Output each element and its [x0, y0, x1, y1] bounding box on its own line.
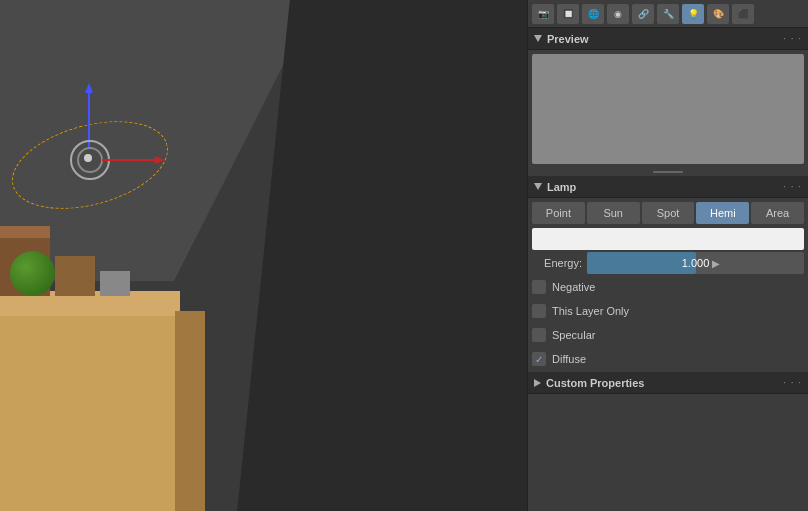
- energy-slider[interactable]: ◀ 1.000 ▶: [587, 252, 804, 274]
- lamp-section-header[interactable]: Lamp · · ·: [528, 176, 808, 198]
- diffuse-label: Diffuse: [552, 353, 586, 365]
- custom-properties-section: Custom Properties · · ·: [528, 372, 808, 394]
- toolbar-icon-object[interactable]: ◉: [607, 4, 629, 24]
- negative-label: Negative: [552, 281, 595, 293]
- preview-label: Preview: [547, 33, 589, 45]
- viewport[interactable]: [0, 0, 527, 511]
- cursor-dot: [84, 154, 92, 162]
- custom-properties-label: Custom Properties: [546, 377, 644, 389]
- custom-props-expand-icon: [534, 379, 541, 387]
- toolbar-icon-material[interactable]: 🎨: [707, 4, 729, 24]
- scene-objects: [0, 251, 200, 511]
- preview-handle-line: [653, 171, 683, 173]
- energy-value: 1.000: [682, 257, 710, 269]
- toolbar-icon-world[interactable]: 🌐: [582, 4, 604, 24]
- x-axis: [102, 159, 157, 161]
- energy-slider-fill: [587, 252, 696, 274]
- lamp-type-buttons: Point Sun Spot Hemi Area: [532, 202, 804, 224]
- lamp-btn-sun[interactable]: Sun: [587, 202, 640, 224]
- toolbar-icon-constraints[interactable]: 🔗: [632, 4, 654, 24]
- preview-canvas: [532, 54, 804, 164]
- diffuse-row: Diffuse: [532, 348, 804, 370]
- negative-checkbox[interactable]: [532, 280, 546, 294]
- panel-toolbar: 📷 🔲 🌐 ◉ 🔗 🔧 💡 🎨 ⬛: [528, 0, 808, 28]
- ground-block: [0, 311, 180, 511]
- toolbar-icon-render[interactable]: 📷: [532, 4, 554, 24]
- lamp-energy-row: Energy: ◀ 1.000 ▶: [532, 252, 804, 274]
- toolbar-icon-texture[interactable]: ⬛: [732, 4, 754, 24]
- specular-label: Specular: [552, 329, 595, 341]
- toolbar-icon-data[interactable]: 💡: [682, 4, 704, 24]
- this-layer-only-label: This Layer Only: [552, 305, 629, 317]
- lamp-btn-area[interactable]: Area: [751, 202, 804, 224]
- negative-row: Negative: [532, 276, 804, 298]
- lamp-section-dots: · · ·: [783, 181, 802, 192]
- custom-properties-header[interactable]: Custom Properties · · ·: [528, 372, 808, 394]
- energy-arrow-right-icon[interactable]: ▶: [709, 258, 723, 269]
- this-layer-only-row: This Layer Only: [532, 300, 804, 322]
- custom-props-dots: · · ·: [783, 377, 802, 388]
- toolbar-icon-scene[interactable]: 🔲: [557, 4, 579, 24]
- lamp-color-picker[interactable]: [532, 228, 804, 250]
- preview-section-header[interactable]: Preview · · ·: [528, 28, 808, 50]
- preview-section-dots: · · ·: [783, 33, 802, 44]
- ground-block-side: [175, 311, 205, 511]
- energy-label: Energy:: [532, 257, 587, 269]
- specular-row: Specular: [532, 324, 804, 346]
- green-sphere: [10, 251, 55, 296]
- preview-handle[interactable]: [528, 168, 808, 176]
- lamp-label: Lamp: [547, 181, 576, 193]
- diffuse-checkbox[interactable]: [532, 352, 546, 366]
- y-axis-tip: [85, 83, 93, 93]
- x-axis-tip: [155, 156, 165, 164]
- preview-collapse-icon: [534, 35, 542, 42]
- lamp-section-title: Lamp: [534, 181, 576, 193]
- preview-section-title: Preview: [534, 33, 589, 45]
- lamp-btn-point[interactable]: Point: [532, 202, 585, 224]
- custom-properties-title: Custom Properties: [534, 377, 644, 389]
- lamp-collapse-icon: [534, 183, 542, 190]
- gray-block: [100, 271, 130, 296]
- lamp-btn-spot[interactable]: Spot: [642, 202, 695, 224]
- preview-section: Preview · · ·: [528, 28, 808, 176]
- toolbar-icon-modifiers[interactable]: 🔧: [657, 4, 679, 24]
- right-panel: 📷 🔲 🌐 ◉ 🔗 🔧 💡 🎨 ⬛ Preview · · · Lamp: [527, 0, 808, 511]
- wood-block1-top: [0, 226, 50, 238]
- lamp-section: Lamp · · · Point Sun Spot Hemi Area Ener…: [528, 176, 808, 372]
- wood-block2: [55, 256, 95, 296]
- specular-checkbox[interactable]: [532, 328, 546, 342]
- lamp-btn-hemi[interactable]: Hemi: [696, 202, 749, 224]
- this-layer-only-checkbox[interactable]: [532, 304, 546, 318]
